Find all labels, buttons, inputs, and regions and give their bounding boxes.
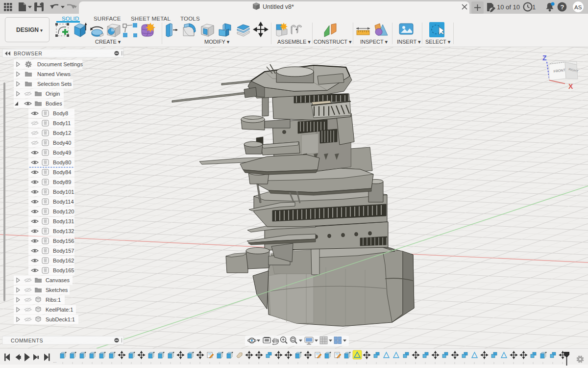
svg-text:Body49: Body49 bbox=[53, 150, 71, 156]
svg-text:Body131: Body131 bbox=[53, 218, 74, 224]
svg-text:X: X bbox=[568, 82, 573, 90]
svg-text:Body8: Body8 bbox=[53, 110, 68, 116]
svg-text:Selection Sets: Selection Sets bbox=[37, 81, 72, 87]
svg-text:Body101: Body101 bbox=[53, 189, 74, 195]
svg-text:Body165: Body165 bbox=[53, 267, 74, 273]
svg-text:Body89: Body89 bbox=[53, 179, 71, 185]
svg-text:BROWSER: BROWSER bbox=[14, 51, 42, 56]
svg-text:Body40: Body40 bbox=[53, 140, 71, 146]
svg-text:Body80: Body80 bbox=[53, 159, 71, 165]
svg-text:1: 1 bbox=[532, 3, 536, 11]
svg-text:Body114: Body114 bbox=[53, 199, 74, 205]
svg-text:Body156: Body156 bbox=[53, 238, 74, 244]
svg-text:Canvases: Canvases bbox=[46, 277, 70, 283]
svg-text:Bodies: Bodies bbox=[46, 101, 62, 106]
svg-text:KeelPlate:1: KeelPlate:1 bbox=[46, 307, 73, 313]
svg-text:Body84: Body84 bbox=[53, 169, 71, 175]
svg-text:Document Settings: Document Settings bbox=[37, 61, 83, 67]
svg-text:Origin: Origin bbox=[46, 91, 60, 97]
svg-text:Body11: Body11 bbox=[53, 120, 71, 126]
svg-text:...: ... bbox=[53, 359, 57, 364]
svg-text:Body162: Body162 bbox=[53, 258, 74, 263]
svg-text:Ribs:1: Ribs:1 bbox=[46, 297, 61, 303]
svg-text:Z: Z bbox=[542, 54, 547, 62]
svg-text:Untitled v8*: Untitled v8* bbox=[263, 3, 294, 10]
svg-text:?: ? bbox=[561, 3, 564, 11]
svg-text:Body132: Body132 bbox=[53, 228, 74, 234]
svg-text:Body120: Body120 bbox=[53, 209, 74, 214]
svg-text:SubDeck1:1: SubDeck1:1 bbox=[46, 316, 75, 322]
svg-text:Body157: Body157 bbox=[53, 248, 74, 254]
svg-text:Sketches: Sketches bbox=[46, 287, 68, 293]
svg-text:10 of 10: 10 of 10 bbox=[497, 3, 520, 11]
svg-text:COMMENTS: COMMENTS bbox=[11, 338, 43, 343]
svg-text:Named Views: Named Views bbox=[37, 71, 71, 77]
svg-text:Body12: Body12 bbox=[53, 130, 71, 136]
svg-text:AS: AS bbox=[574, 4, 582, 10]
